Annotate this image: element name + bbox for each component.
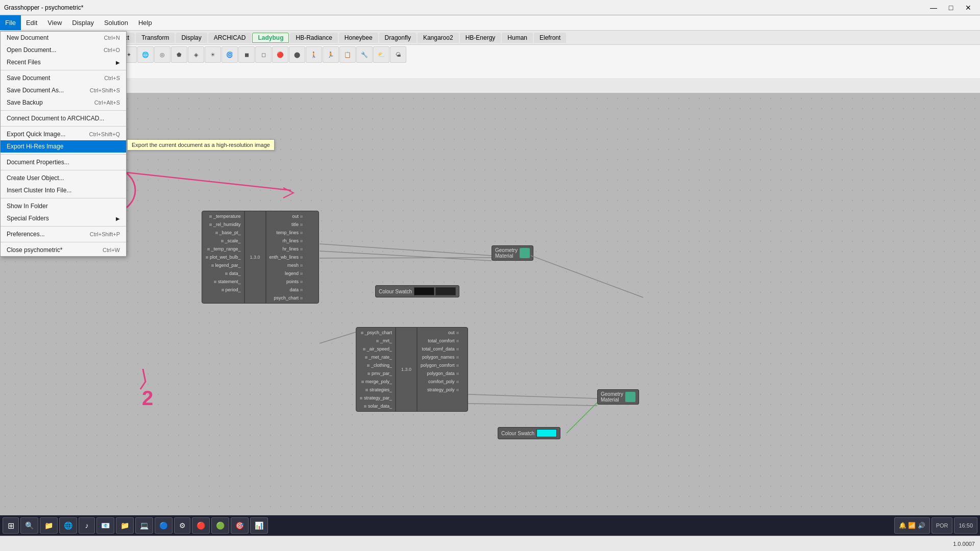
colour-swatch-node-2[interactable]: Colour Swatch (498, 427, 560, 439)
toolbar-icon-15[interactable]: ◼ (238, 46, 255, 63)
menu-display[interactable]: Display (67, 15, 99, 30)
menu-insert-cluster[interactable]: Insert Cluster Into File... (1, 184, 126, 196)
node-center-label: 1.3.0 (245, 211, 265, 303)
taskbar-app11[interactable]: 🎯 (231, 517, 249, 534)
menu-save-backup[interactable]: Save Backup Ctrl+Alt+S (1, 96, 126, 109)
port-dot (207, 247, 210, 251)
tab-transform[interactable]: Transform (136, 33, 175, 43)
taskbar-app12[interactable]: 📊 (250, 517, 268, 534)
menu-file[interactable]: File (0, 15, 21, 30)
taskbar-app6[interactable]: 💻 (135, 517, 153, 534)
taskbar-start[interactable]: ⊞ (3, 517, 19, 534)
comfort-center-label: 1.3.0 (396, 328, 416, 411)
toolbar-icon-19[interactable]: 🚶 (306, 46, 322, 63)
close-button[interactable]: ✕ (961, 3, 976, 13)
menu-export-quick[interactable]: Export Quick Image... Ctrl+Shift+Q (1, 128, 126, 140)
tab-human[interactable]: Human (502, 33, 533, 43)
toolbar-icon-17[interactable]: 🔴 (272, 46, 288, 63)
taskbar-app7[interactable]: 🔵 (155, 517, 173, 534)
port-enth-wb: enth_wb_lines (267, 254, 306, 261)
taskbar-spotify[interactable]: ♪ (79, 517, 95, 534)
toolbar-icon-18[interactable]: ⬤ (289, 46, 305, 63)
menu-solution[interactable]: Solution (99, 15, 133, 30)
taskbar-edge[interactable]: 🌐 (59, 517, 77, 534)
port-polygon-names: polygon_names (419, 354, 461, 361)
tab-display[interactable]: Display (176, 33, 207, 43)
port-pmv-par: pmv_par_ (365, 370, 394, 377)
port-dot (363, 405, 367, 408)
menu-save-as[interactable]: Save Document As... Ctrl+Shift+S (1, 84, 126, 96)
port-data: data_ (223, 270, 243, 277)
geo-mat-node-2[interactable]: Geometry Material (597, 389, 639, 405)
menu-close[interactable]: Close psychometric* Ctrl+W (1, 244, 126, 256)
menu-edit[interactable]: Edit (21, 15, 42, 30)
colour-swatch-node-1[interactable]: Colour Swatch (375, 285, 459, 297)
port-strategies: strategies_ (363, 386, 394, 393)
port-dot (456, 388, 459, 392)
menu-recent-files[interactable]: Recent Files ▶ (1, 56, 126, 68)
menu-new-document[interactable]: New Document Ctrl+N (1, 32, 126, 44)
taskbar-search[interactable]: 🔍 (20, 517, 38, 534)
taskbar-time[interactable]: 16:50 (954, 517, 977, 534)
tab-hb-radiance[interactable]: HB-Radiance (290, 33, 337, 43)
toolbar-icon-16[interactable]: ◻ (255, 46, 272, 63)
psych-chart-node[interactable]: _temperature _rel_humidity _base_pt_ _sc… (202, 211, 319, 304)
port-dot (300, 247, 303, 251)
taskbar-language[interactable]: POR (932, 517, 953, 534)
taskbar-explorer[interactable]: 📁 (40, 517, 58, 534)
menu-preferences[interactable]: Preferences... Ctrl+Shift+P (1, 228, 126, 240)
tab-elefront[interactable]: Elefront (534, 33, 566, 43)
port-total-comfort: total_comfort (419, 337, 461, 344)
port-dot (211, 264, 214, 267)
toolbar-icon-20[interactable]: 🏃 (323, 46, 339, 63)
toolbar-icon-9[interactable]: 🌐 (137, 46, 154, 63)
port-temperature: _temperature (207, 213, 243, 220)
menu-connect-archicad[interactable]: Connect Document to ARCHICAD... (1, 112, 126, 124)
menu-export-hires[interactable]: Export Hi-Res Image Export the current d… (1, 140, 126, 153)
menu-open-document[interactable]: Open Document... Ctrl+O (1, 44, 126, 56)
tab-dragonfly[interactable]: Dragonfly (379, 33, 416, 43)
port-dot (209, 215, 212, 218)
tab-ladybug[interactable]: Ladybug (252, 33, 289, 43)
canvas[interactable]: 2 _temperature _rel_humidity _base_pt_ _… (0, 93, 980, 536)
toolbar-icon-24[interactable]: 🌤 (390, 46, 406, 63)
maximize-button[interactable]: □ (943, 3, 959, 13)
menu-show-in-folder[interactable]: Show In Folder (1, 200, 126, 212)
port-dot (300, 223, 303, 227)
comfort-chart-node[interactable]: _psych_chart _mrt_ _air_speed_ _met_rate… (356, 327, 468, 412)
toolbar-icon-13[interactable]: ☀ (205, 46, 221, 63)
menu-special-folders[interactable]: Special Folders ▶ (1, 212, 126, 224)
tab-hb-energy[interactable]: HB-Energy (460, 33, 501, 43)
menu-create-user-object[interactable]: Create User Object... (1, 172, 126, 184)
taskbar-app5[interactable]: 📁 (116, 517, 134, 534)
menu-help[interactable]: Help (133, 15, 157, 30)
menu-save-document[interactable]: Save Document Ctrl+S (1, 72, 126, 84)
title-bar: Grasshopper - psychometric* ― □ ✕ (0, 0, 980, 15)
port-mesh: mesh (267, 262, 306, 269)
geo-mat-node-1[interactable]: Geometry Material (492, 245, 533, 261)
taskbar-system-icons[interactable]: 🔔 📶 🔊 (894, 517, 930, 534)
port-plot-wet-bulb: plot_wet_bulb_ (203, 254, 243, 261)
toolbar-icon-22[interactable]: 🔧 (356, 46, 373, 63)
port-dot (366, 364, 370, 367)
tab-honeybee[interactable]: Honeybee (339, 33, 378, 43)
toolbar-icon-21[interactable]: 📋 (339, 46, 356, 63)
taskbar-app8[interactable]: ⚙ (174, 517, 190, 534)
toolbar-icon-10[interactable]: ◎ (154, 46, 170, 63)
taskbar-app4[interactable]: 📧 (96, 517, 114, 534)
menu-document-properties[interactable]: Document Properties... (1, 156, 126, 168)
toolbar-icons: ⚙ 📄 🌡 📊 🔢 ▶ ⟳ ✦ 🌐 ◎ ⬟ ◈ ☀ 🌀 ◼ ◻ 🔴 ⬤ 🚶 🏃 … (0, 45, 980, 78)
menu-view[interactable]: View (42, 15, 67, 30)
tab-archicad[interactable]: ARCHICAD (208, 33, 252, 43)
tab-kangaroo2[interactable]: Kangaroo2 (418, 33, 459, 43)
toolbar-icon-14[interactable]: 🌀 (222, 46, 238, 63)
taskbar-app10[interactable]: 🟢 (211, 517, 229, 534)
toolbar-icon-11[interactable]: ⬟ (171, 46, 187, 63)
toolbar-icon-12[interactable]: ◈ (188, 46, 204, 63)
port-title: title (267, 221, 306, 228)
taskbar-app9[interactable]: 🔴 (192, 517, 210, 534)
sub-toolbar: 👁 🔍 ✏ (0, 78, 980, 93)
minimize-button[interactable]: ― (926, 3, 941, 13)
toolbar-icon-23[interactable]: ⛅ (373, 46, 389, 63)
port-dot (456, 364, 459, 367)
